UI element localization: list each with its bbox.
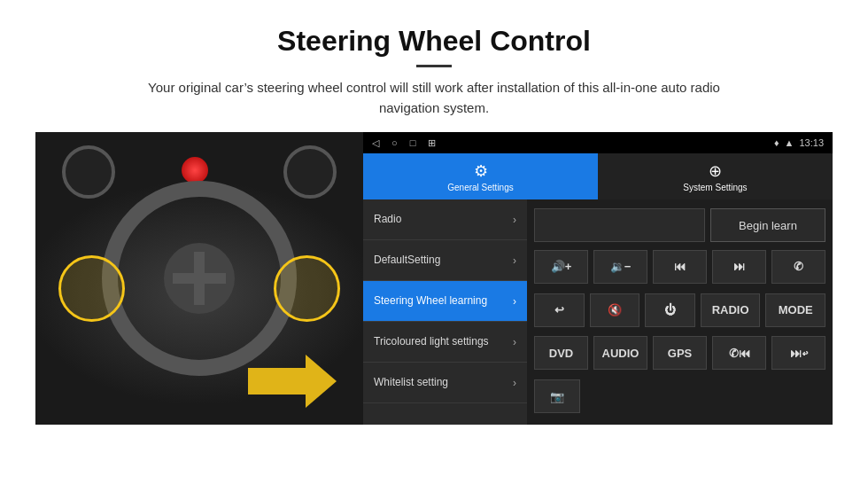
radio-empty-field bbox=[534, 208, 705, 242]
prev-track-icon: ⏮ bbox=[674, 260, 686, 273]
phone-prev-icon: ✆⏮ bbox=[729, 347, 750, 360]
audio-icon: AUDIO bbox=[602, 347, 639, 360]
steering-wheel bbox=[102, 181, 297, 376]
gauge-red bbox=[182, 157, 208, 184]
highlight-circle-right bbox=[274, 255, 340, 322]
mute-icon: 🔇 bbox=[608, 303, 622, 316]
status-bar: ◁ ○ □ ⊞ ♦ ▲ 13:13 bbox=[363, 132, 833, 153]
skip-next-icon: ⏭↩ bbox=[790, 347, 808, 360]
content-area: ◁ ○ □ ⊞ ♦ ▲ 13:13 ⚙ General Settings bbox=[35, 132, 833, 425]
arrow-pointer bbox=[248, 355, 337, 411]
radio-btn[interactable]: RADIO bbox=[701, 293, 761, 327]
control-row-3: DVD AUDIO GPS ✆⏮ ⏭↩ bbox=[534, 336, 825, 374]
vol-down-button[interactable]: 🔉− bbox=[593, 250, 647, 284]
general-settings-icon: ⚙ bbox=[474, 161, 488, 181]
tab-bar: ⚙ General Settings ⊕ System Settings bbox=[363, 153, 833, 199]
menu-nav-icon[interactable]: ⊞ bbox=[428, 137, 436, 149]
steering-wheel-image bbox=[35, 132, 363, 425]
back-nav-icon[interactable]: ◁ bbox=[372, 137, 379, 149]
menu-item-whitelist[interactable]: Whitelist setting › bbox=[363, 363, 527, 403]
power-icon: ⏻ bbox=[664, 303, 676, 316]
signal-icon: ▲ bbox=[785, 137, 794, 148]
radio-row: Begin learn bbox=[534, 207, 825, 245]
vol-up-button[interactable]: 🔊+ bbox=[534, 250, 588, 284]
back-icon: ↩ bbox=[554, 303, 564, 316]
chevron-tricoloured-icon: › bbox=[513, 336, 516, 348]
next-track-icon: ⏭ bbox=[733, 260, 745, 273]
menu-item-steering[interactable]: Steering Wheel learning › bbox=[363, 281, 527, 322]
next-track-button[interactable]: ⏭ bbox=[712, 250, 766, 284]
tab-general-label: General Settings bbox=[447, 183, 514, 192]
mode-icon: MODE bbox=[779, 303, 813, 316]
menu-whitelist-label: Whitelist setting bbox=[374, 376, 448, 388]
menu-default-label: DefaultSetting bbox=[374, 254, 440, 266]
page-title: Steering Wheel Control bbox=[35, 25, 833, 58]
chevron-radio-icon: › bbox=[513, 214, 516, 226]
subtitle: Your original car’s steering wheel contr… bbox=[124, 78, 744, 118]
chevron-default-icon: › bbox=[513, 254, 516, 267]
left-menu: Radio › DefaultSetting › Steering Wheel … bbox=[363, 199, 527, 425]
menu-item-radio[interactable]: Radio › bbox=[363, 199, 527, 240]
menu-radio-label: Radio bbox=[374, 213, 401, 225]
svg-marker-0 bbox=[248, 355, 337, 408]
tab-system-label: System Settings bbox=[683, 183, 747, 192]
sw-center bbox=[164, 243, 235, 314]
dvd-button[interactable]: DVD bbox=[534, 336, 588, 370]
power-button[interactable]: ⏻ bbox=[645, 293, 695, 327]
phone-prev-button[interactable]: ✆⏮ bbox=[712, 336, 766, 370]
location-icon: ♦ bbox=[774, 137, 779, 148]
nav-buttons: ◁ ○ □ ⊞ bbox=[372, 137, 436, 149]
headunit-ui: ◁ ○ □ ⊞ ♦ ▲ 13:13 ⚙ General Settings bbox=[363, 132, 833, 425]
back-button[interactable]: ↩ bbox=[534, 293, 585, 327]
skip-next-button[interactable]: ⏭↩ bbox=[771, 336, 825, 370]
camera-icon: 📷 bbox=[550, 390, 564, 403]
control-row-2: ↩ 🔇 ⏻ RADIO MODE bbox=[534, 293, 825, 332]
menu-item-default[interactable]: DefaultSetting › bbox=[363, 240, 527, 281]
mode-button[interactable]: MODE bbox=[765, 293, 825, 327]
gps-button[interactable]: GPS bbox=[653, 336, 707, 370]
menu-steering-label: Steering Wheel learning bbox=[374, 294, 487, 307]
status-bar-right: ♦ ▲ 13:13 bbox=[774, 137, 824, 148]
mute-button[interactable]: 🔇 bbox=[590, 293, 640, 327]
radio-btn-icon: RADIO bbox=[712, 303, 749, 316]
phone-icon: ✆ bbox=[794, 260, 803, 273]
begin-learn-button[interactable]: Begin learn bbox=[710, 208, 825, 242]
control-row-4: 📷 bbox=[534, 379, 825, 418]
phone-button[interactable]: ✆ bbox=[771, 250, 825, 284]
dvd-icon: DVD bbox=[549, 347, 573, 360]
main-content: Radio › DefaultSetting › Steering Wheel … bbox=[363, 199, 833, 425]
vol-down-icon: 🔉− bbox=[610, 260, 632, 273]
camera-button[interactable]: 📷 bbox=[534, 379, 580, 413]
sw-outer-ring bbox=[102, 181, 297, 376]
right-panel: Begin learn 🔊+ 🔉− ⏮ bbox=[527, 199, 833, 425]
prev-track-button[interactable]: ⏮ bbox=[653, 250, 707, 284]
control-row-1: 🔊+ 🔉− ⏮ ⏭ ✆ bbox=[534, 250, 825, 288]
highlight-circle-left bbox=[58, 255, 125, 322]
tab-general[interactable]: ⚙ General Settings bbox=[363, 153, 598, 199]
title-section: Steering Wheel Control Your original car… bbox=[35, 25, 833, 118]
recents-nav-icon[interactable]: □ bbox=[410, 137, 416, 148]
vol-up-icon: 🔊+ bbox=[551, 260, 572, 273]
system-settings-icon: ⊕ bbox=[709, 161, 722, 181]
gps-icon: GPS bbox=[668, 347, 692, 360]
sw-spoke-v bbox=[194, 252, 205, 305]
audio-button[interactable]: AUDIO bbox=[593, 336, 647, 370]
menu-item-tricoloured[interactable]: Tricoloured light settings › bbox=[363, 322, 527, 363]
chevron-steering-icon: › bbox=[513, 295, 516, 308]
time-display: 13:13 bbox=[799, 137, 824, 148]
tab-system[interactable]: ⊕ System Settings bbox=[598, 153, 833, 199]
home-nav-icon[interactable]: ○ bbox=[391, 137, 398, 148]
title-divider bbox=[416, 65, 452, 67]
menu-tricoloured-label: Tricoloured light settings bbox=[374, 335, 489, 348]
chevron-whitelist-icon: › bbox=[513, 377, 516, 389]
page-wrapper: Steering Wheel Control Your original car… bbox=[0, 0, 868, 442]
